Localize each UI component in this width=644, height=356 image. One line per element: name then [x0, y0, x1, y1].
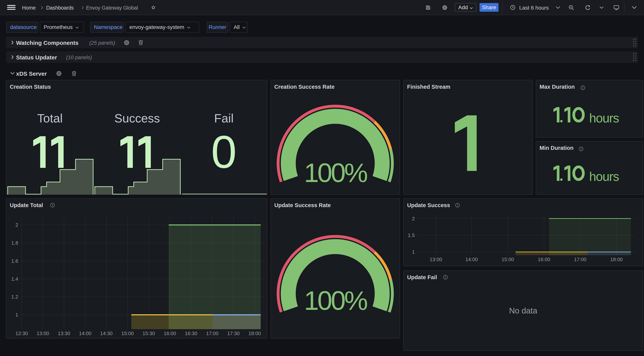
svg-text:100%: 100%: [304, 158, 367, 188]
svg-text:1.8: 1.8: [11, 240, 18, 246]
svg-text:14:00: 14:00: [465, 256, 478, 262]
svg-text:13:00: 13:00: [430, 256, 442, 262]
svg-text:15:00: 15:00: [502, 256, 514, 262]
svg-text:18:00: 18:00: [610, 256, 623, 262]
svg-text:100%: 100%: [304, 286, 367, 316]
svg-text:1: 1: [16, 312, 18, 318]
svg-text:1: 1: [412, 249, 415, 255]
svg-text:15:30: 15:30: [142, 330, 155, 336]
svg-text:17:00: 17:00: [206, 330, 218, 336]
svg-text:14:30: 14:30: [100, 330, 112, 336]
svg-text:2: 2: [16, 222, 18, 228]
svg-text:17:30: 17:30: [227, 330, 240, 336]
svg-text:17:00: 17:00: [574, 256, 586, 262]
svg-text:1.6: 1.6: [11, 258, 18, 264]
svg-text:2: 2: [412, 216, 415, 222]
svg-text:12:30: 12:30: [15, 330, 28, 336]
svg-text:14:00: 14:00: [79, 330, 92, 336]
svg-text:15:00: 15:00: [121, 330, 134, 336]
svg-text:1.4: 1.4: [11, 276, 18, 282]
svg-text:1.5: 1.5: [408, 232, 415, 238]
svg-text:13:00: 13:00: [36, 330, 49, 336]
svg-text:16:00: 16:00: [538, 256, 550, 262]
svg-text:18:00: 18:00: [248, 330, 261, 336]
svg-text:13:30: 13:30: [58, 330, 70, 336]
svg-text:1.2: 1.2: [11, 294, 18, 300]
svg-text:16:30: 16:30: [185, 330, 197, 336]
svg-text:16:00: 16:00: [164, 330, 176, 336]
